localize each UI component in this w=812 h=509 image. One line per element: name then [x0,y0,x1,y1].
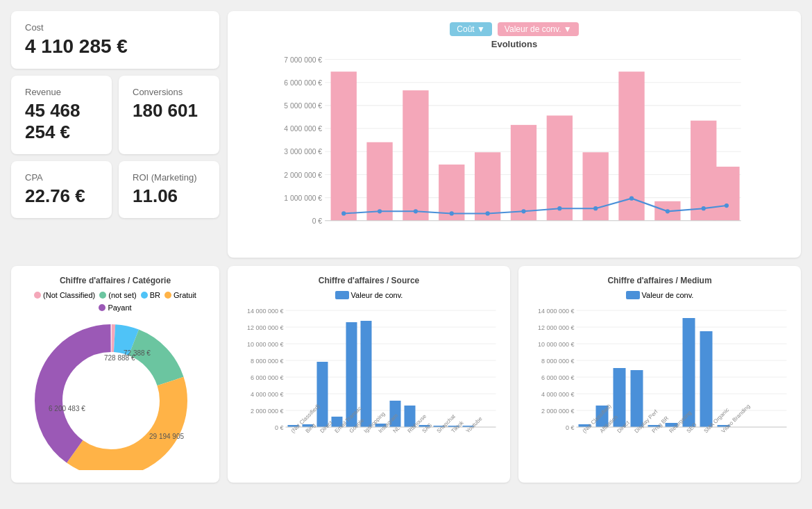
dashboard: Cost 4 110 285 € Revenue 45 468 254 € Co… [11,11,801,483]
src-bar-6 [361,321,372,427]
roi-card: ROI (Marketing) 11.06 [119,161,219,218]
svg-text:4 000 000 €: 4 000 000 € [541,391,575,398]
legend-payant: Payant [99,303,131,312]
svg-text:2 000 000 €: 2 000 000 € [284,172,322,179]
cost-card: Cost 4 110 285 € [11,11,219,69]
legend-dot-br [141,292,148,299]
svg-text:14 000 000 €: 14 000 000 € [538,308,575,315]
svg-text:7 000 000 €: 7 000 000 € [284,56,322,64]
source-svg: 14 000 000 € 12 000 000 € 10 000 000 € 8… [237,305,500,465]
bar-11 [691,121,716,221]
bar-12 [713,167,739,221]
conversions-card: Conversions 180 601 [119,76,219,154]
source-chart-title: Chiffre d'affaires / Source [237,276,500,285]
legend-dot-not-set [99,292,106,299]
medium-legend: Valeur de conv. [528,291,791,299]
svg-text:10 000 000 €: 10 000 000 € [538,341,575,348]
med-bar-4 [631,370,643,427]
svg-text:4 000 000 €: 4 000 000 € [284,125,322,133]
pie-label-not-set: 6 200 483 € [49,405,85,412]
bar-5 [475,152,500,221]
top-row: Cost 4 110 285 € Revenue 45 468 254 € Co… [11,11,801,258]
legend-label-br: BR [150,291,160,299]
evolutions-svg: 7 000 000 € 6 000 000 € 5 000 000 € 4 00… [239,49,790,244]
line-dot-3 [414,209,418,213]
pie-label-gratuit: 29 194 905 [149,433,184,440]
source-legend-label: Valeur de conv. [351,291,403,299]
source-chart-card: Chiffre d'affaires / Source Valeur de co… [228,266,510,483]
legend-br: BR [141,291,160,299]
svg-text:Bing: Bing [305,422,317,435]
source-legend-item: Valeur de conv. [335,291,403,299]
svg-text:0 €: 0 € [312,217,323,225]
cpa-roi-row: CPA 22.76 € ROI (Marketing) 11.06 [11,161,219,218]
kpi-section: Cost 4 110 285 € Revenue 45 468 254 € Co… [11,11,219,258]
valeur-filter-btn[interactable]: Valeur de conv. ▼ [498,22,579,36]
svg-text:14 000 000 €: 14 000 000 € [247,308,284,315]
svg-text:6 000 000 €: 6 000 000 € [284,79,322,87]
line-dot-12 [725,203,729,208]
legend-label-gratuit: Gratuit [174,291,196,299]
cost-label: Cost [25,22,205,33]
bar-2 [366,142,392,221]
legend-label-payant: Payant [108,303,131,312]
svg-text:6 000 000 €: 6 000 000 € [251,374,284,381]
svg-text:10 000 000 €: 10 000 000 € [247,341,284,348]
cout-filter-btn[interactable]: Coût ▼ [450,22,492,36]
cost-value: 4 110 285 € [25,35,205,58]
source-legend: Valeur de conv. [237,291,500,299]
legend-not-set: (not set) [99,291,136,299]
svg-text:0 €: 0 € [275,424,284,431]
svg-text:5 000 000 €: 5 000 000 € [284,102,322,110]
revenue-conversions-row: Revenue 45 468 254 € Conversions 180 601 [11,76,219,154]
svg-text:12 000 000 €: 12 000 000 € [247,324,284,331]
line-dot-6 [521,209,525,213]
line-dot-7 [557,206,561,210]
roi-label: ROI (Marketing) [133,172,205,183]
line-dot-2 [378,209,382,213]
cpa-value: 22.76 € [25,185,98,207]
legend-label-not-classified: (Not Classified) [43,291,95,299]
pie-center [76,366,146,435]
cpa-card: CPA 22.76 € [11,161,112,218]
svg-text:6 000 000 €: 6 000 000 € [541,374,575,381]
legend-label-not-set: (not set) [108,291,136,299]
legend-dot-gratuit [164,292,171,299]
pie-chart-title: Chiffre d'affaires / Catégorie [21,276,210,285]
medium-legend-label: Valeur de conv. [642,291,694,299]
conversions-value: 180 601 [133,100,205,122]
evolutions-filters: Coût ▼ Valeur de conv. ▼ [239,22,790,36]
line-dot-9 [629,197,634,201]
pie-chart-card: Chiffre d'affaires / Catégorie (Not Clas… [11,266,219,483]
bar-1 [331,72,357,221]
svg-text:8 000 000 €: 8 000 000 € [251,358,284,365]
medium-svg: 14 000 000 € 12 000 000 € 10 000 000 € 8… [528,305,791,465]
roi-value: 11.06 [133,185,205,207]
svg-text:2 000 000 €: 2 000 000 € [251,408,284,415]
line-dot-5 [486,211,490,215]
cpa-label: CPA [25,172,98,183]
svg-text:1 000 000 €: 1 000 000 € [284,194,322,202]
svg-text:4 000 000 €: 4 000 000 € [251,391,284,398]
line-dot-10 [666,209,670,213]
bar-6 [511,125,536,221]
line-dot-11 [702,206,706,210]
evolutions-chart-section: Coût ▼ Valeur de conv. ▼ Evolutions 7 00… [228,11,801,258]
revenue-label: Revenue [25,87,98,97]
evolutions-title: Evolutions [239,39,790,49]
line-dot-4 [450,211,454,215]
svg-text:Youtube: Youtube [465,415,484,434]
legend-dot-not-classified [34,292,41,299]
conversions-label: Conversions [133,87,205,97]
pie-svg: 6 200 483 € 29 194 905 728 888 € 72 388 … [21,317,201,470]
revenue-card: Revenue 45 468 254 € [11,76,112,154]
legend-not-classified: (Not Classified) [34,291,95,299]
src-bar-3 [317,362,328,427]
svg-text:2 000 000 €: 2 000 000 € [541,408,575,415]
source-legend-color [335,291,349,299]
svg-text:0 €: 0 € [566,424,575,431]
line-dot-8 [593,206,598,210]
medium-legend-item: Valeur de conv. [626,291,694,299]
med-bar-8 [700,331,713,427]
medium-legend-color [626,291,640,299]
